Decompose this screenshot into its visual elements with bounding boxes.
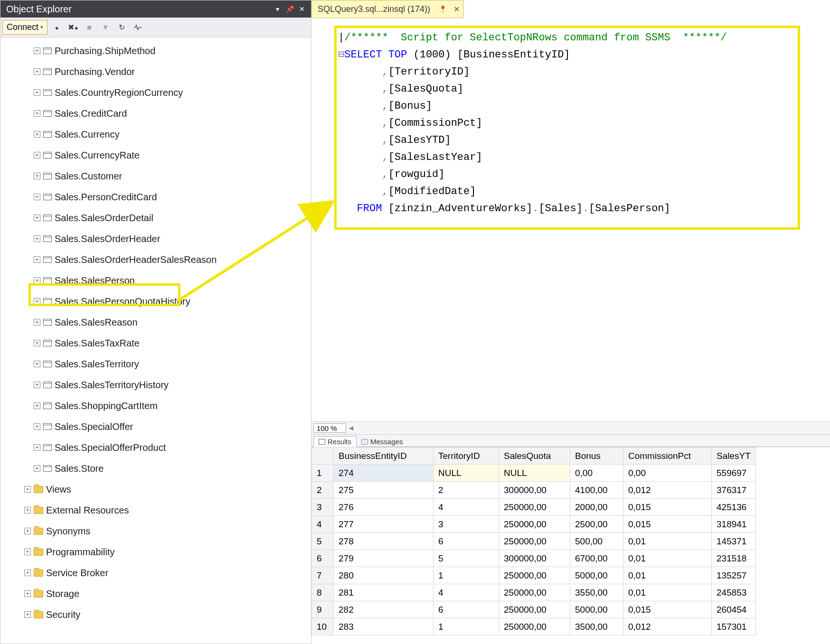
table-row[interactable]: 42773250000,002500,000,015318941 <box>312 516 756 533</box>
cell[interactable]: 0,01 <box>623 533 712 550</box>
cell[interactable]: 2000,00 <box>570 499 623 516</box>
cell[interactable]: 2 <box>434 482 499 499</box>
cell[interactable]: 318941 <box>712 516 756 533</box>
cell[interactable]: 0,015 <box>623 516 712 533</box>
table-row[interactable]: 32764250000,002000,000,015425136 <box>312 499 756 516</box>
cell[interactable]: 376317 <box>712 482 756 499</box>
tree-folder-item[interactable]: +External Resources <box>0 500 311 521</box>
tree-table-item[interactable]: +Sales.SalesOrderDetail <box>0 207 311 228</box>
document-tab[interactable]: SQLQuery3.sql...zinsql (174)) 📍 ✕ <box>311 0 464 18</box>
cell[interactable]: 300000,00 <box>499 550 570 567</box>
tree-table-item[interactable]: +Sales.PersonCreditCard <box>0 187 311 207</box>
cell[interactable]: 280 <box>334 567 434 584</box>
cell[interactable]: 6700,00 <box>570 550 623 567</box>
table-row[interactable]: 82814250000,003550,000,01245853 <box>312 584 756 601</box>
close-icon[interactable]: ✕ <box>296 3 308 15</box>
cell[interactable]: 1 <box>434 567 499 584</box>
tree-table-item[interactable]: +Sales.SalesTaxRate <box>0 333 311 354</box>
cell[interactable]: 0,01 <box>623 567 712 584</box>
row-number[interactable]: 3 <box>312 499 334 516</box>
disconnect-icon[interactable]: ⬥ <box>50 21 64 34</box>
expand-icon[interactable]: + <box>34 423 40 430</box>
expand-icon[interactable]: + <box>34 152 40 159</box>
cell[interactable]: 278 <box>334 533 434 550</box>
table-row[interactable]: 22752300000,004100,000,012376317 <box>312 482 756 499</box>
tree-table-item[interactable]: +Sales.Currency <box>0 124 311 145</box>
close-icon[interactable]: ✕ <box>453 5 460 14</box>
cell[interactable]: NULL <box>499 465 570 482</box>
cell[interactable]: 0,015 <box>623 601 712 618</box>
expand-icon[interactable]: + <box>34 402 40 409</box>
pin-icon[interactable]: 📌 <box>283 3 296 15</box>
expand-icon[interactable]: + <box>34 319 40 326</box>
object-tree[interactable]: +Purchasing.ShipMethod +Purchasing.Vendo… <box>0 37 311 644</box>
cell[interactable]: 281 <box>334 584 434 601</box>
tree-folder-item[interactable]: +Security <box>0 604 311 625</box>
zoom-select[interactable]: 100 % <box>313 423 346 433</box>
cell[interactable]: 250000,00 <box>499 516 570 533</box>
disconnect-all-icon[interactable]: ✖⬥ <box>66 21 80 34</box>
cell[interactable]: 4100,00 <box>570 482 623 499</box>
expand-icon[interactable]: + <box>34 256 40 263</box>
cell[interactable]: 5000,00 <box>570 567 623 584</box>
expand-icon[interactable]: + <box>24 569 31 576</box>
table-row[interactable]: 1274NULLNULL0,000,00559697 <box>312 465 756 482</box>
pin-icon[interactable]: 📍 <box>439 5 447 13</box>
cell[interactable]: 0,01 <box>623 584 712 601</box>
tree-table-item[interactable]: +Sales.SalesOrderHeaderSalesReason <box>0 249 311 270</box>
expand-icon[interactable]: + <box>24 528 31 534</box>
cell[interactable]: 250000,00 <box>499 499 570 516</box>
expand-icon[interactable]: + <box>34 340 40 346</box>
tree-folder-item[interactable]: +Synonyms <box>0 521 311 541</box>
tree-table-item[interactable]: +Sales.SpecialOffer <box>0 416 311 437</box>
cell[interactable]: 0,012 <box>623 618 712 635</box>
table-row[interactable]: 62795300000,006700,000,01231518 <box>312 550 756 567</box>
cell[interactable]: 250000,00 <box>499 618 570 635</box>
expand-icon[interactable]: + <box>24 549 31 555</box>
sql-code[interactable]: |/****** Script for SelectTopNRows comma… <box>338 29 727 217</box>
messages-tab[interactable]: Messages <box>357 437 407 447</box>
cell[interactable]: 279 <box>334 550 434 567</box>
expand-icon[interactable]: + <box>34 68 40 75</box>
results-grid[interactable]: BusinessEntityIDTerritoryIDSalesQuotaBon… <box>311 447 830 644</box>
tree-table-item[interactable]: +Sales.CreditCard <box>0 103 311 124</box>
tree-table-item[interactable]: +Sales.SalesOrderHeader <box>0 228 311 249</box>
results-table[interactable]: BusinessEntityIDTerritoryIDSalesQuotaBon… <box>311 447 756 635</box>
sql-editor[interactable]: |/****** Script for SelectTopNRows comma… <box>311 18 830 421</box>
cell[interactable]: 260454 <box>712 601 756 618</box>
cell[interactable]: 0,01 <box>623 550 712 567</box>
cell[interactable]: 276 <box>334 499 434 516</box>
cell[interactable]: 4 <box>434 499 499 516</box>
expand-icon[interactable]: + <box>24 486 31 493</box>
expand-icon[interactable]: + <box>34 89 40 96</box>
cell[interactable]: 500,00 <box>570 533 623 550</box>
cell[interactable]: 6 <box>434 601 499 618</box>
results-tab[interactable]: Results <box>313 436 357 447</box>
expand-icon[interactable]: + <box>34 47 40 54</box>
tree-table-item[interactable]: +Sales.Store <box>0 458 311 479</box>
expand-icon[interactable]: + <box>34 235 40 242</box>
cell[interactable]: 3 <box>434 516 499 533</box>
tree-folder-item[interactable]: +Views <box>0 479 311 500</box>
column-header[interactable]: Bonus <box>570 448 623 465</box>
cell[interactable]: 0,00 <box>570 465 623 482</box>
tree-table-item[interactable]: +Sales.ShoppingCartItem <box>0 395 311 416</box>
tree-table-item[interactable]: +Sales.SalesTerritory <box>0 354 311 374</box>
cell[interactable]: NULL <box>434 465 499 482</box>
row-number[interactable]: 9 <box>312 601 334 618</box>
expand-icon[interactable]: + <box>24 590 31 597</box>
tree-table-item[interactable]: +Sales.CountryRegionCurrency <box>0 82 311 103</box>
cell[interactable]: 6 <box>434 533 499 550</box>
scroll-left-icon[interactable]: ◀ <box>349 425 353 431</box>
cell[interactable]: 559697 <box>712 465 756 482</box>
cell[interactable]: 425136 <box>712 499 756 516</box>
tree-folder-item[interactable]: +Programmability <box>0 541 311 562</box>
row-number[interactable]: 6 <box>312 550 334 567</box>
tree-table-item-salesperson[interactable]: +Sales.SalesPerson <box>0 270 311 291</box>
refresh-icon[interactable]: ↻ <box>115 21 128 34</box>
cell[interactable]: 4 <box>434 584 499 601</box>
cell[interactable]: 145371 <box>712 533 756 550</box>
expand-icon[interactable]: + <box>34 465 40 472</box>
expand-icon[interactable]: + <box>34 110 40 117</box>
expand-icon[interactable]: + <box>34 361 40 367</box>
